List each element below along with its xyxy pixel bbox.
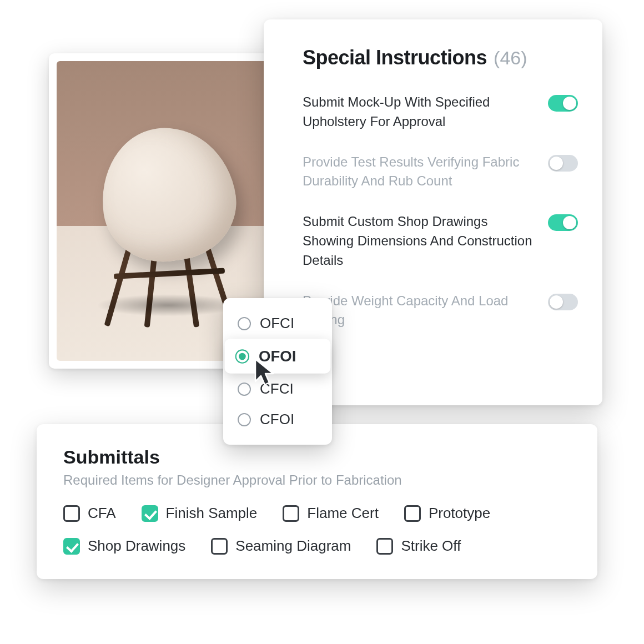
submittal-label: CFA — [88, 505, 116, 522]
instructions-title: Special Instructions — [303, 46, 487, 69]
instruction-text: Provide Test Results Verifying Fabric Du… — [303, 153, 532, 192]
submittal-item[interactable]: CFA — [63, 505, 116, 522]
radio-label: CFCI — [260, 380, 294, 398]
instruction-toggle[interactable] — [548, 95, 578, 112]
submittal-label: Flame Cert — [307, 505, 379, 522]
submittal-label: Shop Drawings — [88, 537, 185, 555]
radio-label: OFCI — [260, 315, 294, 332]
submittal-item[interactable]: Seaming Diagram — [211, 537, 351, 555]
instruction-toggle[interactable] — [548, 155, 578, 172]
submittal-item[interactable]: Prototype — [404, 505, 490, 522]
checkbox-icon[interactable] — [142, 505, 158, 522]
checkbox-icon[interactable] — [211, 538, 228, 555]
submittal-item[interactable]: Flame Cert — [283, 505, 379, 522]
instructions-list: Submit Mock-Up With Specified Upholstery… — [303, 93, 578, 330]
instruction-text: Provide Weight Capacity And Load Testing — [303, 291, 532, 330]
submittals-title: Submittals — [63, 446, 571, 468]
radio-label: OFOI — [259, 347, 296, 365]
checkbox-icon[interactable] — [376, 538, 393, 555]
radio-option-ofoi[interactable]: OFOI — [225, 339, 331, 374]
submittals-panel: Submittals Required Items for Designer A… — [37, 424, 597, 579]
instructions-count: (46) — [494, 47, 527, 69]
instruction-row: Submit Mock-Up With Specified Upholstery… — [303, 93, 578, 132]
submittals-subtitle: Required Items for Designer Approval Pri… — [63, 472, 571, 488]
stage: Special Instructions (46) Submit Mock-Up… — [0, 0, 644, 644]
submittal-item[interactable]: Strike Off — [376, 537, 461, 555]
radio-circle-icon — [238, 383, 251, 396]
submittal-label: Prototype — [429, 505, 490, 522]
instruction-text: Submit Custom Shop Drawings Showing Dime… — [303, 212, 532, 270]
responsibility-radio-popover: OFCIOFOICFCICFOI — [223, 298, 332, 445]
checkbox-icon[interactable] — [63, 505, 80, 522]
radio-option-ofci[interactable]: OFCI — [223, 308, 332, 339]
instruction-toggle[interactable] — [548, 294, 578, 310]
submittal-label: Seaming Diagram — [235, 537, 351, 555]
checkbox-icon[interactable] — [404, 505, 421, 522]
submittal-item[interactable]: Finish Sample — [142, 505, 258, 522]
radio-option-cfoi[interactable]: CFOI — [223, 404, 332, 435]
chair-illustration — [85, 111, 251, 311]
instructions-header: Special Instructions (46) — [303, 46, 578, 69]
instruction-toggle[interactable] — [548, 214, 578, 231]
radio-option-cfci[interactable]: CFCI — [223, 374, 332, 404]
instruction-row: Provide Weight Capacity And Load Testing — [303, 291, 578, 330]
instruction-text: Submit Mock-Up With Specified Upholstery… — [303, 93, 532, 132]
radio-circle-icon — [238, 317, 251, 330]
checkbox-icon[interactable] — [283, 505, 299, 522]
checkbox-icon[interactable] — [63, 538, 80, 555]
instruction-row: Submit Custom Shop Drawings Showing Dime… — [303, 212, 578, 270]
radio-label: CFOI — [260, 411, 294, 428]
submittal-item[interactable]: Shop Drawings — [63, 537, 185, 555]
submittal-label: Finish Sample — [166, 505, 258, 522]
instruction-row: Provide Test Results Verifying Fabric Du… — [303, 153, 578, 192]
submittals-checklist: CFAFinish SampleFlame CertPrototypeShop … — [63, 505, 571, 555]
radio-circle-icon — [235, 349, 249, 363]
submittal-label: Strike Off — [401, 537, 461, 555]
radio-circle-icon — [238, 413, 251, 426]
